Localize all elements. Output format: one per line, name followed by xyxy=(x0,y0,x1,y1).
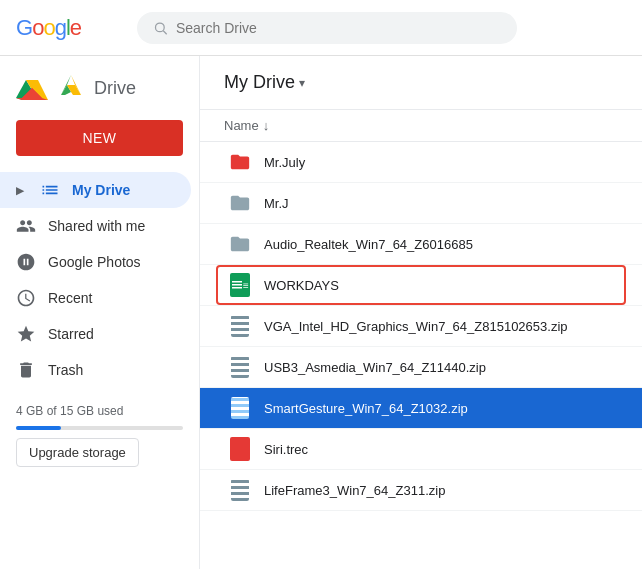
file-name: WORKDAYS xyxy=(264,278,339,293)
sidebar-item-starred[interactable]: Starred xyxy=(0,316,191,352)
sidebar-item-label: Google Photos xyxy=(48,254,141,270)
photos-icon xyxy=(16,252,36,272)
sheets-icon xyxy=(230,273,250,297)
file-icon xyxy=(224,191,256,215)
topbar: Google xyxy=(0,0,642,56)
file-name: LifeFrame3_Win7_64_Z311.zip xyxy=(264,483,445,498)
zip-icon xyxy=(231,315,249,337)
sheets-lines-icon xyxy=(231,279,243,291)
content-title: My Drive xyxy=(224,72,295,93)
file-name: Mr.J xyxy=(264,196,289,211)
file-row[interactable]: USB3_Asmedia_Win7_64_Z11440.zip xyxy=(200,347,642,388)
new-button[interactable]: NEW xyxy=(16,120,183,156)
file-row[interactable]: VGA_Intel_HD_Graphics_Win7_64_Z815102653… xyxy=(200,306,642,347)
my-drive-title: My Drive ▾ xyxy=(224,72,305,93)
clock-icon xyxy=(16,288,36,308)
file-icon xyxy=(224,232,256,256)
sidebar-item-label: My Drive xyxy=(72,182,130,198)
sidebar-item-photos[interactable]: Google Photos xyxy=(0,244,191,280)
zip-icon-selected xyxy=(231,397,249,419)
sidebar-item-my-drive[interactable]: ▶ My Drive xyxy=(0,172,191,208)
svg-rect-16 xyxy=(232,284,242,286)
search-icon xyxy=(153,20,168,36)
content-header: My Drive ▾ xyxy=(200,56,642,110)
drive-logo xyxy=(16,74,48,102)
zip-file-icon xyxy=(224,314,256,338)
storage-text: 4 GB of 15 GB used xyxy=(16,404,123,418)
file-row-workdays[interactable]: WORKDAYS xyxy=(200,265,642,306)
svg-rect-15 xyxy=(232,281,242,283)
svg-point-0 xyxy=(156,23,165,32)
sidebar-item-recent[interactable]: Recent xyxy=(0,280,191,316)
main-layout: Drive NEW ▶ My Drive Shared with me Goog… xyxy=(0,56,642,569)
my-drive-icon xyxy=(40,180,60,200)
storage-bar-bg xyxy=(16,426,183,430)
svg-rect-17 xyxy=(232,287,242,289)
file-name: Siri.trec xyxy=(264,442,308,457)
sidebar-item-shared[interactable]: Shared with me xyxy=(0,208,191,244)
star-icon xyxy=(16,324,36,344)
file-row[interactable]: Siri.trec xyxy=(200,429,642,470)
file-row-smart[interactable]: SmartGesture_Win7_64_Z1032.zip xyxy=(200,388,642,429)
file-row[interactable]: Audio_Realtek_Win7_64_Z6016685 xyxy=(200,224,642,265)
people-icon xyxy=(16,216,36,236)
sort-label: Name xyxy=(224,118,259,133)
drive-label: Drive xyxy=(94,78,136,99)
file-row[interactable]: Mr.July xyxy=(200,142,642,183)
zip-file-icon xyxy=(224,478,256,502)
upgrade-storage-button[interactable]: Upgrade storage xyxy=(16,438,139,467)
sidebar-item-label: Starred xyxy=(48,326,94,342)
file-row[interactable]: LifeFrame3_Win7_64_Z311.zip xyxy=(200,470,642,511)
file-name: VGA_Intel_HD_Graphics_Win7_64_Z815102653… xyxy=(264,319,568,334)
trash-icon xyxy=(16,360,36,380)
zip-icon xyxy=(231,356,249,378)
zip-icon xyxy=(231,479,249,501)
zip-file-icon xyxy=(224,355,256,379)
file-name: Mr.July xyxy=(264,155,305,170)
google-logo: Google xyxy=(16,15,81,41)
content-area: My Drive ▾ Name ↓ Mr.July Mr.J xyxy=(200,56,642,569)
storage-section: 4 GB of 15 GB used Upgrade storage xyxy=(0,388,199,483)
storage-bar-fill xyxy=(16,426,61,430)
search-input[interactable] xyxy=(176,20,501,36)
file-list-header: Name ↓ xyxy=(200,110,642,142)
sheets-file-icon xyxy=(224,273,256,297)
drive-icon-svg xyxy=(56,72,86,98)
siri-file-icon xyxy=(224,437,256,461)
sort-name[interactable]: Name ↓ xyxy=(224,118,269,133)
expand-arrow: ▶ xyxy=(16,185,24,196)
svg-line-1 xyxy=(163,30,166,33)
file-row[interactable]: Mr.J xyxy=(200,183,642,224)
drive-header: Drive xyxy=(0,64,199,112)
file-name: USB3_Asmedia_Win7_64_Z11440.zip xyxy=(264,360,486,375)
file-name: Audio_Realtek_Win7_64_Z6016685 xyxy=(264,237,473,252)
zip-file-icon xyxy=(224,396,256,420)
sort-arrow: ↓ xyxy=(263,118,270,133)
dropdown-arrow[interactable]: ▾ xyxy=(299,76,305,90)
sidebar-item-label: Shared with me xyxy=(48,218,145,234)
file-icon xyxy=(224,150,256,174)
siri-icon xyxy=(230,437,250,461)
sidebar-item-label: Trash xyxy=(48,362,83,378)
sidebar-item-trash[interactable]: Trash xyxy=(0,352,191,388)
drive-logo-icon xyxy=(56,72,86,104)
search-bar[interactable] xyxy=(137,12,517,44)
sidebar-item-label: Recent xyxy=(48,290,92,306)
sidebar: Drive NEW ▶ My Drive Shared with me Goog… xyxy=(0,56,200,569)
file-name: SmartGesture_Win7_64_Z1032.zip xyxy=(264,401,468,416)
